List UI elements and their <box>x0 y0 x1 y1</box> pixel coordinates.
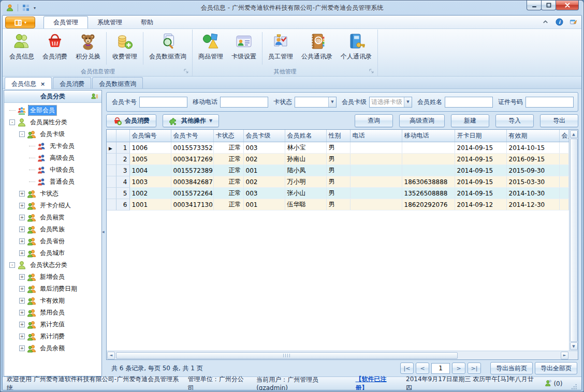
application-menu-button[interactable]: ▾ <box>5 17 35 28</box>
license-link[interactable]: 【软件已注册】 <box>356 375 398 391</box>
scroll-left-icon[interactable]: ◄ <box>107 352 115 359</box>
staff-management-button[interactable]: 员工管理 <box>264 30 297 67</box>
tree-item-member-status-category[interactable]: -会员状态分类 <box>4 259 101 271</box>
card-status-select[interactable]: ▼ <box>295 97 337 108</box>
collapse-icon[interactable]: - <box>9 262 15 268</box>
table-row[interactable]: 510020015572264正常003张小山男135265088882014-… <box>107 188 569 199</box>
expand-icon[interactable]: + <box>19 310 25 315</box>
resize-grip[interactable] <box>571 383 577 390</box>
tree-item-member-attribute-category[interactable]: -会员属性分类 <box>4 116 101 128</box>
tree-item-member-province[interactable]: +会员省份 <box>4 235 101 247</box>
advanced-query-button[interactable]: 高级查询 <box>399 114 445 127</box>
member-name-input[interactable] <box>445 97 493 108</box>
maximize-button[interactable] <box>541 1 556 10</box>
prev-page-button[interactable]: < <box>416 363 429 374</box>
expand-icon[interactable]: + <box>19 274 25 280</box>
member-card-no-input[interactable] <box>139 97 187 108</box>
page-input[interactable] <box>431 363 450 374</box>
dialog-launcher-icon[interactable] <box>183 68 189 74</box>
expand-icon[interactable]: + <box>19 238 25 244</box>
expand-icon[interactable]: + <box>19 215 25 220</box>
member-info-button[interactable]: 会员信息 <box>5 30 38 67</box>
minimize-button[interactable] <box>527 1 542 10</box>
tree-item-senior-member[interactable]: 高级会员 <box>4 152 101 164</box>
tree-item-normal-member[interactable]: 普通会员 <box>4 176 101 188</box>
ribbon-tab-member-management[interactable]: 会员管理 <box>43 16 88 28</box>
personal-contacts-button[interactable]: 个人通讯录 <box>337 30 376 67</box>
id-number-input[interactable] <box>525 97 574 108</box>
expand-icon[interactable]: + <box>19 286 25 292</box>
quick-access-dropdown-icon[interactable]: ▾ <box>34 6 36 10</box>
expand-icon[interactable]: + <box>19 298 25 304</box>
column-header-0[interactable]: 会员编号 <box>129 130 171 142</box>
goods-management-button[interactable]: 商品管理 <box>194 30 227 67</box>
tree-item-no-card-member[interactable]: 无卡会员 <box>4 140 101 152</box>
scroll-down-icon[interactable]: ▼ <box>570 342 578 350</box>
card-level-settings-button[interactable]: 卡级设置 <box>227 30 260 67</box>
sidebar-splitter[interactable]: ◂ <box>102 90 106 376</box>
doc-tab-member-info[interactable]: 会员信息× <box>5 77 52 89</box>
fee-management-button[interactable]: 收费管理 <box>108 30 141 67</box>
column-header-1[interactable]: 会员卡号 <box>171 130 213 142</box>
ribbon-tab-system-management[interactable]: 系统管理 <box>88 16 132 28</box>
collapse-ribbon-icon[interactable] <box>542 18 549 26</box>
tree-item-member-card-level[interactable]: -会员卡级 <box>4 128 101 140</box>
next-page-button[interactable]: > <box>452 363 465 374</box>
close-button[interactable] <box>556 1 579 10</box>
expand-icon[interactable]: + <box>19 334 25 339</box>
column-header-2[interactable]: 卡状态 <box>213 130 243 142</box>
column-header-3[interactable]: 会员卡级 <box>243 130 285 142</box>
export-all-pages-button[interactable]: 导出全部页 <box>535 362 577 374</box>
scroll-up-icon[interactable]: ▲ <box>570 130 578 138</box>
tree-item-card-introducer[interactable]: +开卡介绍人 <box>4 200 101 212</box>
tree-item-member-ethnicity[interactable]: +会员民族 <box>4 223 101 235</box>
table-row[interactable]: 310040015572389正常001陆小凤男2014-09-152015-0… <box>107 165 569 176</box>
tree-item-new-members[interactable]: +新增会员 <box>4 271 101 283</box>
tree-item-card-status[interactable]: +卡状态 <box>4 188 101 200</box>
chevron-down-icon[interactable]: ▼ <box>328 97 336 107</box>
expand-icon[interactable]: + <box>19 345 25 351</box>
vertical-scroll-thumb[interactable] <box>570 139 578 342</box>
doc-tab-member-consume[interactable]: 会员消费 <box>53 77 91 88</box>
tree-item-member-balance[interactable]: +会员余额 <box>4 342 101 354</box>
feedback-icon[interactable] <box>570 18 577 26</box>
close-tab-icon[interactable]: × <box>40 81 45 87</box>
new-button[interactable]: 新建 <box>451 114 489 127</box>
column-header-10[interactable]: 会员 <box>559 130 569 142</box>
export-current-page-button[interactable]: 导出当前页 <box>490 362 533 374</box>
column-header-8[interactable]: 开卡日期 <box>455 130 506 142</box>
expand-icon[interactable]: + <box>19 191 25 197</box>
tree-item-member-native-place[interactable]: +会员籍贯 <box>4 212 101 223</box>
tree-item-middle-member[interactable]: 中级会员 <box>4 164 101 176</box>
collapse-icon[interactable]: - <box>9 119 15 125</box>
column-header-4[interactable]: 会员姓名 <box>285 130 326 142</box>
quick-access-icon[interactable] <box>22 4 30 12</box>
table-row[interactable]: 410030003842687正常002万小明男186306388882014-… <box>107 176 569 188</box>
table-row[interactable]: 210050003417269正常002孙南山男2014-09-152016-0… <box>107 154 569 165</box>
import-button[interactable]: 导入 <box>495 114 534 127</box>
column-header-7[interactable]: 移动电话 <box>402 130 455 142</box>
tree-item-total-recharge[interactable]: +累计充值 <box>4 319 101 330</box>
expand-icon[interactable]: + <box>19 227 25 232</box>
first-page-button[interactable]: |< <box>400 363 414 374</box>
category-settings-icon[interactable] <box>91 93 98 100</box>
other-actions-button[interactable]: 其他操作▼ <box>163 114 219 127</box>
query-button[interactable]: 查询 <box>355 114 393 127</box>
mobile-phone-input[interactable] <box>220 97 268 108</box>
scroll-right-icon[interactable]: ► <box>561 352 568 359</box>
info-icon[interactable]: i <box>556 18 563 26</box>
horizontal-scroll-thumb[interactable] <box>116 352 458 359</box>
expand-icon[interactable]: + <box>19 250 25 256</box>
tree-item-card-validity[interactable]: +卡有效期 <box>4 295 101 307</box>
collapse-icon[interactable]: - <box>19 131 25 137</box>
member-data-query-button[interactable]: 会员数据查询 <box>145 30 191 67</box>
tree-item-member-city[interactable]: +会员城市 <box>4 247 101 259</box>
export-button[interactable]: 导出 <box>540 114 578 127</box>
collapse-sidebar-icon[interactable]: ◂ <box>102 229 105 234</box>
public-contacts-button[interactable]: @公共通讯录 <box>297 30 337 67</box>
vertical-scrollbar[interactable]: ▲ ▼ <box>569 130 578 351</box>
table-row[interactable]: ▶110060015573352正常003林小宝男2014-09-152014-… <box>107 142 569 154</box>
column-header-6[interactable]: 电话 <box>350 130 402 142</box>
column-header-9[interactable]: 有效期 <box>506 130 559 142</box>
tree-item-disabled-members[interactable]: +禁用会员 <box>4 307 101 319</box>
